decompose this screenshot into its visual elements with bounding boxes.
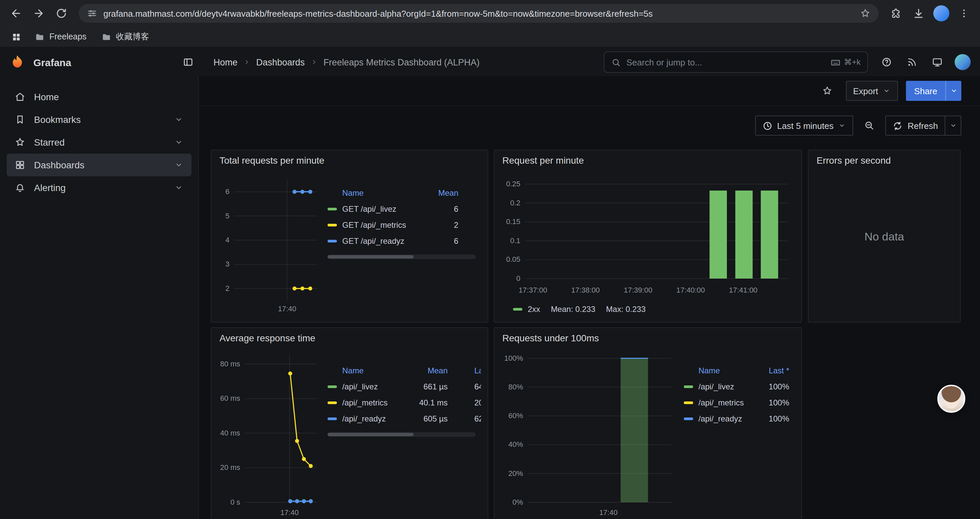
legend-item[interactable]: 2xx [513, 305, 540, 314]
chart-canvas[interactable]: 100%80%60%40%20%0%17:40 [501, 348, 678, 518]
display-button[interactable] [927, 51, 948, 73]
chart-canvas[interactable]: 6543217:40 [218, 170, 322, 315]
legend-col-name[interactable]: Name [328, 188, 422, 198]
back-button[interactable] [5, 3, 27, 24]
assistant-avatar[interactable] [937, 385, 965, 413]
legend-scrollbar-thumb[interactable] [328, 433, 414, 436]
search-input[interactable]: Search or jump to... ⌘+k [604, 51, 868, 73]
legend-col[interactable]: Mean [422, 188, 458, 198]
timeseries-chart[interactable]: 6543217:40 [218, 170, 322, 317]
breadcrumb: Home Dashboards Freeleaps Metrics Dashbo… [213, 57, 604, 67]
user-avatar[interactable] [955, 54, 970, 70]
export-button[interactable]: Export [846, 81, 898, 101]
news-button[interactable] [901, 51, 923, 73]
legend-row[interactable]: GET /api/_livez6 [328, 201, 476, 217]
svg-text:3: 3 [226, 260, 229, 268]
chart-canvas[interactable]: 80 ms60 ms40 ms20 ms0 s17:40 [218, 348, 322, 518]
legend-col[interactable]: Last * [474, 366, 481, 375]
address-bar[interactable]: grafana.mathmast.com/d/deytv4rwavabkb/fr… [79, 4, 878, 23]
zoom-out-button[interactable] [859, 115, 880, 136]
browser-profile-avatar[interactable] [933, 5, 949, 21]
download-icon [913, 7, 924, 19]
sidebar-item-label: Alerting [34, 182, 165, 193]
bar-chart[interactable]: 100%80%60%40%20%0%17:40 [501, 348, 678, 519]
svg-text:40 ms: 40 ms [220, 429, 240, 437]
legend-row[interactable]: GET /api/_metrics2 [328, 217, 476, 233]
legend-row[interactable]: /api/_readyz605 µs620 µs [328, 411, 481, 427]
svg-text:0.05: 0.05 [506, 255, 520, 263]
legend-row[interactable]: /api/_readyz100% [684, 411, 789, 427]
svg-text:17:40: 17:40 [599, 508, 617, 517]
chart-canvas[interactable]: 0.250.20.150.10.05017:37:0017:38:0017:39… [501, 170, 796, 296]
site-settings-icon[interactable] [87, 8, 97, 19]
sidebar-item-starred[interactable]: Starred [7, 131, 191, 153]
refresh-interval-button[interactable] [945, 116, 961, 135]
bookmark-star-icon[interactable] [860, 8, 870, 19]
series-color-swatch [328, 208, 337, 211]
bar-chart[interactable]: 0.250.20.150.10.05017:37:0017:38:0017:39… [501, 170, 795, 299]
panel-title[interactable]: Average response time [212, 328, 488, 348]
bookmark-label: Freeleaps [49, 32, 86, 42]
home-icon [15, 91, 25, 102]
legend-scrollbar[interactable] [328, 432, 476, 437]
bookmark-item-freeleaps[interactable]: Freeleaps [29, 30, 92, 44]
chevron-right-icon [243, 58, 251, 66]
legend-row[interactable]: /api/_livez100% [684, 379, 789, 395]
svg-text:40%: 40% [508, 440, 523, 449]
legend-row[interactable]: GET /api/_readyz6 [328, 233, 476, 249]
legend-scrollbar[interactable] [328, 254, 476, 259]
time-range-picker[interactable]: Last 5 minutes [755, 115, 854, 136]
chevron-down-icon[interactable] [174, 137, 183, 147]
legend-header: NameMeanLast * [328, 363, 481, 379]
sidebar-item-dashboards[interactable]: Dashboards [7, 153, 191, 176]
time-range-label: Last 5 minutes [777, 121, 834, 131]
sidebar-item-bookmarks[interactable]: Bookmarks [7, 108, 191, 131]
sidebar-item-home[interactable]: Home [7, 86, 191, 108]
browser-menu-button[interactable] [953, 3, 975, 24]
timeseries-chart[interactable]: 80 ms60 ms40 ms20 ms0 s17:40 [218, 348, 322, 519]
chevron-down-icon[interactable] [174, 160, 183, 170]
sidebar-item-alerting[interactable]: Alerting [7, 176, 191, 199]
breadcrumb-dashboards[interactable]: Dashboards [256, 57, 305, 67]
reload-button[interactable] [51, 3, 72, 24]
favorite-dashboard-button[interactable] [816, 80, 838, 102]
dashboard-grid: Total requests per minute 6543217:40 Nam… [199, 150, 980, 519]
bookmark-label: 收藏博客 [116, 31, 149, 42]
breadcrumb-home[interactable]: Home [213, 57, 237, 67]
share-menu-button[interactable] [945, 81, 961, 101]
series-name: /api/_livez [342, 382, 378, 391]
legend-scrollbar-thumb[interactable] [328, 255, 414, 259]
chevron-down-icon[interactable] [174, 183, 183, 192]
help-button[interactable] [876, 51, 897, 73]
legend-col[interactable]: Last * [753, 366, 789, 375]
legend-row[interactable]: /api/_metrics40.1 ms20.5 ms [328, 395, 481, 411]
legend-col[interactable]: Mean [407, 366, 448, 375]
series-color-swatch [328, 240, 337, 243]
panel-title[interactable]: Errors per second [808, 150, 960, 170]
mega-menu-toggle[interactable] [177, 51, 199, 73]
panel-title[interactable]: Request per minute [494, 150, 801, 170]
series-value: 661 µs [407, 382, 448, 391]
legend-row[interactable]: /api/_livez661 µs646 µs [328, 379, 481, 395]
panel-title[interactable]: Requests under 100ms [494, 328, 801, 348]
legend-col-name[interactable]: Name [684, 366, 753, 375]
grafana-logo-icon[interactable] [10, 54, 25, 70]
refresh-label: Refresh [908, 121, 938, 131]
chevron-down-icon[interactable] [174, 115, 183, 124]
apps-grid-button[interactable] [7, 28, 25, 45]
svg-text:4: 4 [226, 236, 229, 244]
legend-row[interactable]: /api/_metrics100% [684, 395, 789, 411]
downloads-button[interactable] [908, 3, 929, 24]
bookmark-item-blog[interactable]: 收藏博客 [96, 29, 154, 45]
refresh-button[interactable]: Refresh [886, 116, 945, 135]
panel-title[interactable]: Total requests per minute [212, 150, 488, 170]
extensions-button[interactable] [885, 3, 907, 24]
share-split-button: Share [906, 81, 961, 101]
url-text: grafana.mathmast.com/d/deytv4rwavabkb/fr… [103, 8, 854, 18]
reload-icon [56, 7, 67, 19]
series-color-swatch [328, 417, 337, 420]
share-button[interactable]: Share [906, 81, 945, 101]
legend-col-name[interactable]: Name [328, 366, 407, 375]
puzzle-icon [891, 8, 901, 19]
forward-button[interactable] [28, 3, 49, 24]
